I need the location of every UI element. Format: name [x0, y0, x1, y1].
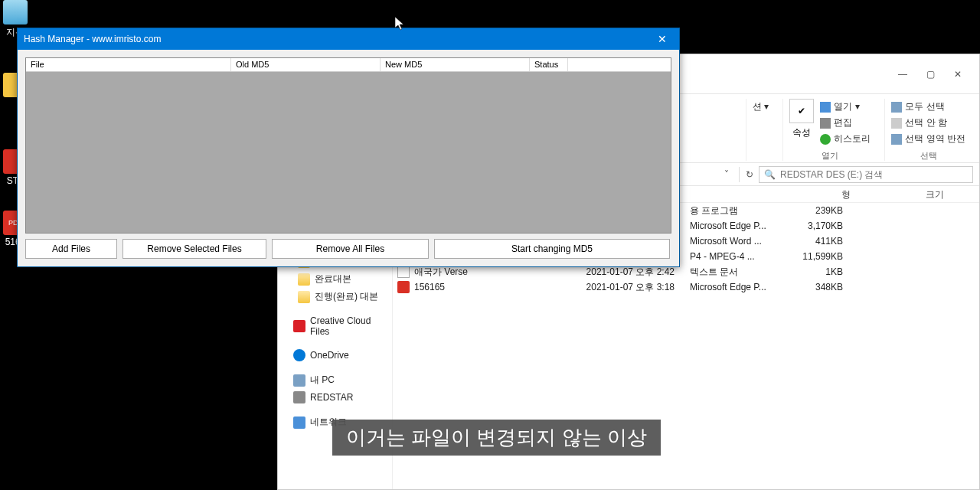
select-all-icon [891, 102, 902, 113]
ribbon-invertselect[interactable]: 선택 영역 반전 [891, 131, 965, 147]
file-icon [397, 266, 410, 278]
ribbon-group-label: 열기 [789, 150, 871, 162]
folder-icon [293, 416, 305, 429]
open-icon [820, 102, 831, 113]
file-row[interactable]: 1561652021-01-07 오후 3:18Microsoft Edge P… [393, 279, 979, 295]
tree-item[interactable]: 완료대본 [278, 270, 392, 288]
search-icon: 🔍 [764, 169, 776, 180]
hash-manager-window: Hash Manager - www.imristo.com ✕ File Ol… [17, 28, 680, 267]
file-name: 애국가 Verse [414, 266, 575, 279]
tree-label: Creative Cloud Files [310, 315, 386, 337]
ribbon-open[interactable]: 열기 ▾ [820, 99, 871, 115]
file-size: 348KB [782, 282, 843, 292]
edit-icon [820, 118, 831, 129]
folder-icon [293, 374, 305, 387]
file-size: 3,170KB [782, 220, 843, 231]
ribbon-selectall[interactable]: 모두 선택 [891, 99, 965, 115]
column-type[interactable]: 형 [834, 186, 918, 202]
tree-item[interactable]: 진행(완료) 대본 [278, 288, 392, 305]
video-caption: 이거는 파일이 변경되지 않는 이상 [332, 420, 661, 456]
folder-icon [293, 391, 305, 403]
file-size: 411KB [782, 236, 843, 247]
add-files-button[interactable]: Add Files [25, 239, 117, 259]
tree-label: 완료대본 [315, 273, 351, 286]
file-type: Microsoft Edge P... [690, 282, 782, 292]
tree-item[interactable]: OneDrive [278, 347, 392, 364]
file-type: 텍스트 문서 [690, 266, 782, 279]
tree-label: 진행(완료) 대본 [315, 290, 378, 303]
close-button[interactable]: ✕ [944, 65, 972, 83]
file-size: 1KB [782, 266, 843, 277]
tree-label: 내 PC [310, 374, 335, 387]
minimize-button[interactable]: — [889, 65, 916, 83]
hash-listview[interactable]: File Old MD5 New MD5 Status [25, 57, 671, 234]
column-status[interactable]: Status [530, 58, 568, 71]
tree-label: REDSTAR [310, 392, 353, 403]
file-type: Microsoft Word ... [690, 236, 782, 247]
folder-icon [298, 273, 310, 286]
ribbon-edit[interactable]: 편집 [820, 115, 871, 131]
tree-label: OneDrive [310, 350, 349, 361]
file-type: P4 - MPEG-4 ... [690, 251, 782, 262]
column-file[interactable]: File [26, 58, 231, 71]
maximize-button[interactable]: ▢ [916, 65, 944, 83]
start-changing-button[interactable]: Start changing MD5 [434, 239, 670, 259]
select-none-icon [891, 118, 902, 129]
ribbon-properties[interactable]: ✔ 속성 [789, 99, 814, 147]
file-date: 2021-01-07 오후 3:18 [575, 281, 690, 294]
ribbon-group-a: 션 ▾ [746, 99, 775, 161]
column-old-md5[interactable]: Old MD5 [231, 58, 381, 71]
refresh-button[interactable]: ↻ [739, 167, 754, 182]
file-size: 11,599KB [782, 251, 843, 262]
file-name: 156165 [414, 282, 575, 292]
tree-item[interactable]: REDSTAR [278, 389, 392, 406]
column-new-md5[interactable]: New MD5 [381, 58, 530, 71]
file-icon [397, 281, 410, 293]
invert-select-icon [891, 134, 902, 145]
hash-titlebar[interactable]: Hash Manager - www.imristo.com ✕ [18, 28, 679, 50]
mouse-cursor [395, 17, 404, 31]
folder-icon [293, 320, 305, 332]
search-input[interactable] [780, 169, 968, 180]
file-date: 2021-01-07 오후 2:42 [575, 266, 690, 279]
ribbon-selectnone[interactable]: 선택 안 함 [891, 115, 965, 131]
tree-item[interactable]: 내 PC [278, 371, 392, 389]
ribbon-group-select: 모두 선택 선택 안 함 선택 영역 반전 선택 [884, 99, 972, 161]
remove-selected-button[interactable]: Remove Selected Files [122, 239, 266, 259]
hash-columns: File Old MD5 New MD5 Status [26, 58, 671, 72]
window-title: Hash Manager - www.imristo.com [24, 34, 161, 44]
ribbon-group-label: 선택 [891, 150, 965, 162]
file-size: 239KB [782, 205, 843, 216]
column-size[interactable]: 크기 [918, 186, 972, 202]
tree-item[interactable]: Creative Cloud Files [278, 313, 392, 339]
remove-all-button[interactable]: Remove All Files [272, 239, 429, 259]
folder-icon [293, 349, 305, 361]
ribbon-history[interactable]: 히스토리 [820, 131, 871, 147]
address-dropdown[interactable]: ˅ [719, 167, 734, 182]
ribbon-group-open: ✔ 속성 열기 ▾ 편집 히스토리 열기 [782, 99, 877, 161]
folder-icon [298, 291, 310, 303]
explorer-search[interactable]: 🔍 [759, 166, 973, 183]
file-type: 용 프로그램 [690, 204, 782, 217]
checkmark-icon: ✔ [789, 99, 814, 123]
close-button[interactable]: ✕ [652, 28, 673, 50]
ribbon-dropdown[interactable]: 션 ▾ [753, 99, 769, 115]
file-type: Microsoft Edge P... [690, 220, 782, 231]
ribbon-label-big: 속성 [789, 126, 814, 139]
history-icon [820, 134, 831, 145]
